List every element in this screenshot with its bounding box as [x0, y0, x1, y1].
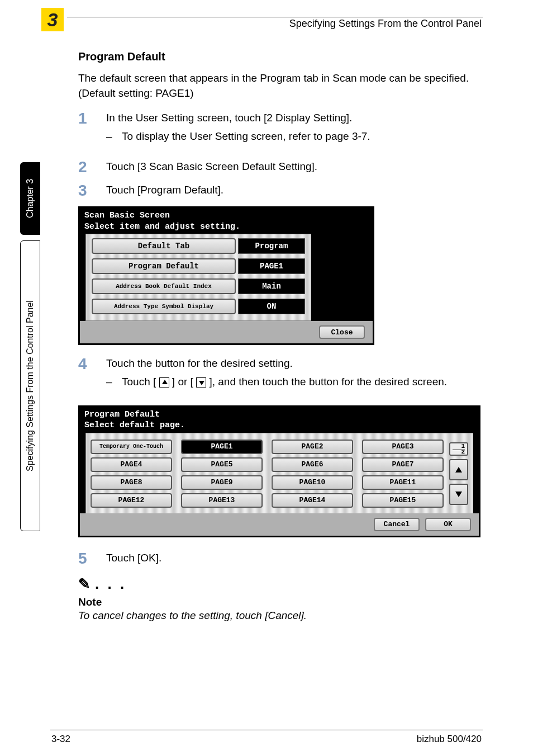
sidebar-section-tab: Specifying Settings From the Control Pan…: [20, 240, 40, 531]
row-label: Address Book Default Index: [92, 278, 236, 294]
note-text: To cancel changes to the setting, touch …: [78, 609, 483, 622]
step-number: 4: [78, 356, 106, 372]
bullet-dash: –: [106, 129, 122, 144]
panel2-body: Temporary One-Touch PAGE1 PAGE2 PAGE3 PA…: [85, 433, 473, 514]
s4-sub-c: ], and then touch the button for the des…: [209, 376, 447, 388]
note-heading: Note: [78, 596, 483, 608]
scroll-column: 1 2: [449, 442, 468, 505]
page-btn-page10[interactable]: PAGE10: [272, 475, 353, 490]
step-4-sub-text: Touch [ ] or [ ], and then touch the but…: [122, 375, 447, 390]
page-btn-page7[interactable]: PAGE7: [362, 457, 444, 472]
page-btn-page9[interactable]: PAGE9: [181, 475, 263, 490]
arrow-down-icon: [455, 492, 462, 497]
row-value: Main: [238, 278, 305, 294]
section-title: Program Default: [78, 50, 483, 63]
row-value: PAGE1: [238, 258, 305, 274]
arrow-up-icon: [455, 467, 462, 472]
row-label: Program Default: [92, 258, 236, 274]
pencil-icon: ✎: [78, 575, 91, 593]
header-rule: [67, 17, 483, 17]
step-4: 4 Touch the button for the desired setti…: [78, 356, 483, 397]
row-label: Address Type Symbol Display: [92, 299, 236, 314]
header-title: Specifying Settings From the Control Pan…: [289, 18, 482, 30]
page-btn-page11[interactable]: PAGE11: [362, 475, 444, 490]
note-dots: . . .: [95, 575, 126, 593]
step-5-text: Touch [OK].: [106, 551, 483, 566]
cancel-button[interactable]: Cancel: [374, 518, 420, 531]
step-number: 2: [78, 159, 106, 175]
intro-paragraph: The default screen that appears in the P…: [78, 71, 483, 101]
scroll-up-button[interactable]: [449, 459, 468, 480]
page-btn-page4[interactable]: PAGE4: [91, 457, 172, 472]
scroll-indicator: 1 2: [449, 442, 468, 456]
panel2-title1: Program Default: [84, 409, 474, 420]
panel2-header: Program Default Select default page.: [80, 407, 479, 433]
panel1-title2: Select item and adjust setting.: [84, 221, 368, 233]
panel2-footer: Cancel OK: [80, 513, 479, 536]
row-value: ON: [238, 299, 305, 314]
arrow-down-icon: [196, 377, 206, 388]
page-btn-page5[interactable]: PAGE5: [181, 457, 263, 472]
page-btn-page14[interactable]: PAGE14: [272, 493, 353, 508]
bullet-dash: –: [106, 375, 122, 390]
footer-rule: [50, 730, 483, 730]
footer-page-number: 3-32: [51, 734, 70, 745]
row-default-tab[interactable]: Default Tab Program: [92, 238, 305, 254]
page-btn-temp-onetouch[interactable]: Temporary One-Touch: [91, 440, 172, 454]
step-1-sub: – To display the User Setting screen, re…: [106, 129, 483, 144]
screenshot-scan-basic-screen: Scan Basic Screen Select item and adjust…: [78, 206, 374, 345]
step-1: 1 In the User Setting screen, touch [2 D…: [78, 111, 483, 152]
arrow-up-icon: [159, 377, 169, 388]
footer-model: bizhub 500/420: [417, 734, 482, 745]
page-btn-page6[interactable]: PAGE6: [272, 457, 353, 472]
scroll-down-button[interactable]: [449, 484, 468, 505]
note-icon-row: ✎ . . .: [78, 575, 483, 593]
step-3: 3 Touch [Program Default].: [78, 183, 483, 199]
sidebar-chapter-tab: Chapter 3: [20, 162, 40, 235]
step-number: 5: [78, 551, 106, 566]
step-number: 3: [78, 183, 106, 199]
step-5: 5 Touch [OK].: [78, 551, 483, 566]
step-number: 1: [78, 111, 106, 126]
step-2: 2 Touch [3 Scan Basic Screen Default Set…: [78, 159, 483, 175]
page-button-grid: Temporary One-Touch PAGE1 PAGE2 PAGE3 PA…: [91, 440, 444, 508]
panel2-title2: Select default page.: [84, 420, 474, 431]
row-address-type-symbol-display[interactable]: Address Type Symbol Display ON: [92, 298, 305, 315]
row-label: Default Tab: [92, 238, 236, 254]
page-btn-page15[interactable]: PAGE15: [362, 493, 444, 508]
main-content: Program Default The default screen that …: [78, 50, 483, 622]
page-btn-page2[interactable]: PAGE2: [272, 440, 353, 454]
step-1-sub-text: To display the User Setting screen, refe…: [122, 129, 370, 144]
row-address-book-default-index[interactable]: Address Book Default Index Main: [92, 278, 305, 295]
screenshot-program-default: Program Default Select default page. Tem…: [78, 405, 480, 537]
step-2-text: Touch [3 Scan Basic Screen Default Setti…: [106, 159, 483, 174]
ok-button[interactable]: OK: [425, 518, 471, 531]
panel1-header: Scan Basic Screen Select item and adjust…: [80, 208, 373, 234]
close-button[interactable]: Close: [319, 325, 365, 339]
page-btn-page8[interactable]: PAGE8: [91, 475, 172, 490]
page-btn-page13[interactable]: PAGE13: [181, 493, 263, 508]
row-program-default[interactable]: Program Default PAGE1: [92, 258, 305, 275]
panel1-title1: Scan Basic Screen: [84, 210, 368, 221]
page-btn-page12[interactable]: PAGE12: [91, 493, 172, 508]
panel1-body: Default Tab Program Program Default PAGE…: [85, 234, 311, 321]
row-value: Program: [238, 238, 305, 254]
step-4-sub: – Touch [ ] or [ ], and then touch the b…: [106, 375, 483, 390]
step-3-text: Touch [Program Default].: [106, 183, 483, 198]
step-4-text: Touch the button for the desired setting…: [106, 356, 483, 371]
page-btn-page1[interactable]: PAGE1: [181, 440, 263, 454]
step-1-text: In the User Setting screen, touch [2 Dis…: [106, 111, 483, 126]
s4-sub-b: ] or [: [172, 376, 196, 388]
chapter-number-badge: 3: [41, 8, 64, 31]
page-btn-page3[interactable]: PAGE3: [362, 440, 444, 454]
s4-sub-a: Touch [: [122, 376, 159, 388]
